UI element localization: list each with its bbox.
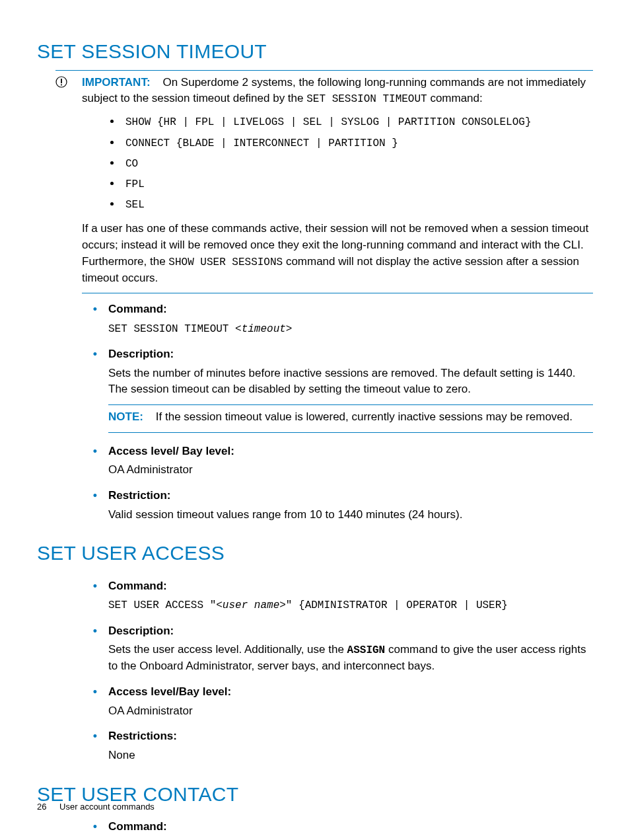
bullet-icon: • xyxy=(82,488,108,523)
command-text: CO xyxy=(125,158,138,170)
restriction-text: Valid session timeout values range from … xyxy=(108,508,462,521)
document-page: SET SESSION TIMEOUT IMPORTANT: On Superd… xyxy=(0,0,630,840)
bullet-icon: • xyxy=(82,301,108,337)
important-command-list: SHOW {HR | FPL | LIVELOGS | SEL | SYSLOG… xyxy=(82,112,593,215)
important-label: IMPORTANT: xyxy=(82,76,151,89)
list-item: FPL xyxy=(122,174,593,195)
command-label: Command: xyxy=(108,819,593,835)
svg-rect-2 xyxy=(61,84,62,85)
command-label: Command: xyxy=(108,578,593,595)
bullet-icon: • xyxy=(82,578,108,614)
command-text-arg: timeout xyxy=(242,323,286,335)
important-text-trail: command: xyxy=(427,92,483,104)
exclamation-icon xyxy=(55,76,69,89)
important-followup-text: If a user has one of these commands acti… xyxy=(82,221,593,286)
command-text: CONNECT {BLADE | INTERCONNECT | PARTITIO… xyxy=(125,137,398,149)
svg-rect-1 xyxy=(61,79,62,83)
access-level-text: OA Administrator xyxy=(108,463,193,476)
restriction-text: None xyxy=(108,749,135,761)
command-text: FPL xyxy=(125,178,145,190)
important-text-cmd: SET SESSION TIMEOUT xyxy=(306,93,427,105)
bullet-icon: • xyxy=(82,346,108,428)
restriction-label: Restriction: xyxy=(108,488,593,504)
description-text: Sets the number of minutes before inacti… xyxy=(108,367,575,396)
description-text-pre: Sets the user access level. Additionally… xyxy=(108,643,347,656)
bullet-icon: • xyxy=(82,443,108,478)
access-level-label: Access level/ Bay level: xyxy=(108,443,593,460)
command-text-arg: user name xyxy=(223,599,279,611)
bullet-icon: • xyxy=(82,819,108,840)
command-text-trail: > xyxy=(286,323,293,335)
description-label: Description: xyxy=(108,346,593,363)
chapter-title: User account commands xyxy=(59,802,155,812)
page-number: 26 xyxy=(37,802,46,812)
command-text-trail: >" {ADMINISTRATOR | OPERATOR | USER} xyxy=(279,599,508,611)
restriction-label: Restrictions: xyxy=(108,728,593,745)
command-text-lead: SET USER ACCESS "< xyxy=(108,599,223,611)
bullet-icon: • xyxy=(82,728,108,763)
access-level-text: OA Administrator xyxy=(108,705,193,717)
list-item: CONNECT {BLADE | INTERCONNECT | PARTITIO… xyxy=(122,134,593,154)
list-item: SEL xyxy=(122,195,593,215)
important-block: IMPORTANT: On Superdome 2 systems, the f… xyxy=(55,70,593,287)
bullet-icon: • xyxy=(82,684,108,719)
heading-set-user-access: SET USER ACCESS xyxy=(37,539,593,568)
command-label: Command: xyxy=(108,301,593,318)
list-item: SHOW {HR | FPL | LIVELOGS | SEL | SYSLOG… xyxy=(122,112,593,133)
page-footer: 26 User account commands xyxy=(37,801,155,814)
note-label: NOTE: xyxy=(108,410,143,423)
bullet-icon: • xyxy=(82,623,108,675)
note-text: If the session timeout value is lowered,… xyxy=(156,410,573,423)
heading-set-session-timeout: SET SESSION TIMEOUT xyxy=(37,37,593,66)
command-text: SEL xyxy=(125,199,145,211)
description-text-cmd: ASSIGN xyxy=(347,644,386,656)
description-label: Description: xyxy=(108,623,593,640)
list-item: CO xyxy=(122,154,593,174)
followup-cmd: SHOW USER SESSIONS xyxy=(168,256,283,268)
access-level-label: Access level/Bay level: xyxy=(108,684,593,701)
important-paragraph: IMPORTANT: On Superdome 2 systems, the f… xyxy=(82,75,593,108)
command-text-lead: SET SESSION TIMEOUT < xyxy=(108,323,242,335)
command-text: SHOW {HR | FPL | LIVELOGS | SEL | SYSLOG… xyxy=(125,116,532,128)
